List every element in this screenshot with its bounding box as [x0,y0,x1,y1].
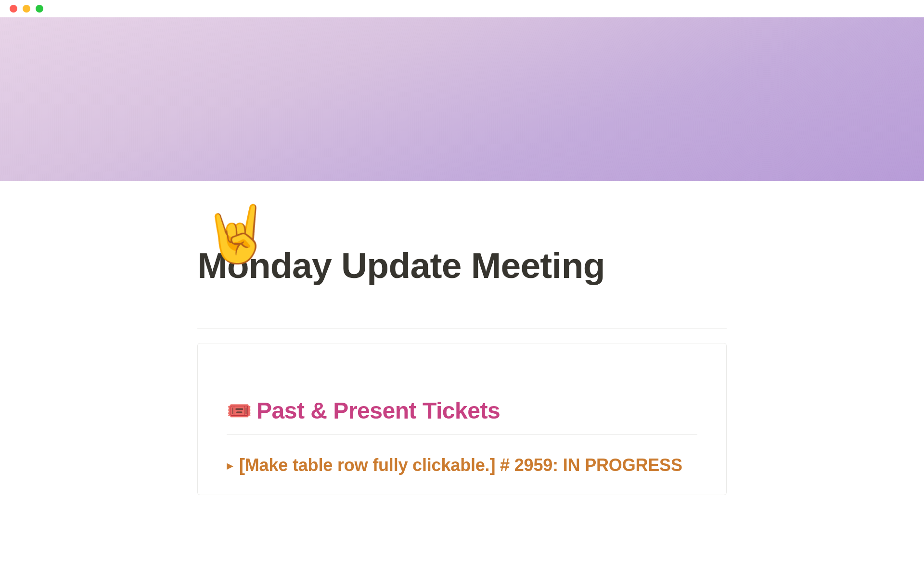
ticket-label: [Make table row fully clickable.] # 2959… [239,455,682,475]
window-close-button[interactable] [10,5,17,13]
toggle-item[interactable]: ▶ [Make table row fully clickable.] # 29… [227,455,697,475]
page-title[interactable]: Monday Update Meeting [197,244,727,287]
callout-block[interactable]: 🎟️ Past & Present Tickets ▶ [Make table … [197,343,727,495]
section-heading[interactable]: 🎟️ Past & Present Tickets [227,397,697,424]
section-title: Past & Present Tickets [257,397,500,424]
toggle-triangle-icon[interactable]: ▶ [227,461,233,470]
window-maximize-button[interactable] [36,5,43,13]
ticket-icon: 🎟️ [227,401,252,421]
page-icon[interactable]: 🤘 [202,206,271,262]
window-titlebar [0,0,924,17]
page-content: 🤘 Monday Update Meeting 🎟️ Past & Presen… [106,244,818,495]
page-cover-image[interactable] [0,17,924,181]
section-divider [227,434,697,435]
window-minimize-button[interactable] [23,5,30,13]
horizontal-divider [197,328,727,328]
